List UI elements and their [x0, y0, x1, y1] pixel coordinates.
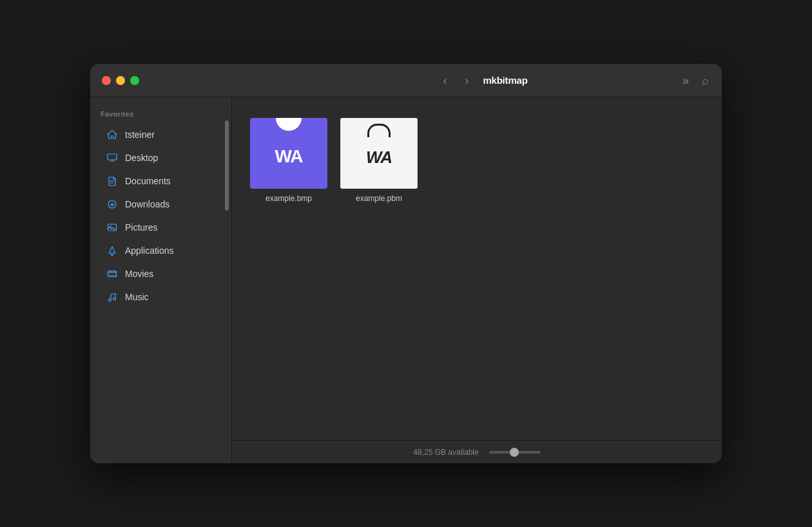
movies-icon: [106, 267, 119, 280]
file-item-bmp[interactable]: WA example.bmp: [250, 113, 327, 208]
download-icon: [106, 198, 119, 211]
titlebar: ‹ › mkbitmap » ⌕: [90, 64, 722, 97]
finder-window: ‹ › mkbitmap » ⌕ Favorites tsteiner: [90, 64, 722, 463]
sidebar-item-applications-label: Applications: [125, 245, 174, 256]
bmp-wa-text: WA: [275, 146, 302, 167]
sidebar-item-downloads-label: Downloads: [125, 199, 169, 209]
titlebar-center: ‹ › mkbitmap: [309, 72, 657, 89]
sidebar-item-movies-label: Movies: [125, 269, 153, 279]
bmp-thumb-bg: WA: [250, 118, 327, 189]
sidebar-scrollbar-track: [225, 108, 229, 453]
pbm-wa-text: WA: [366, 148, 392, 168]
sidebar-item-documents[interactable]: Documents: [95, 170, 226, 192]
svg-rect-0: [108, 154, 117, 160]
svg-point-4: [111, 254, 113, 256]
sidebar-scrollbar-thumb[interactable]: [225, 120, 229, 211]
desktop-icon: [106, 151, 119, 164]
back-button[interactable]: ‹: [439, 72, 450, 89]
music-icon: [106, 291, 119, 303]
sidebar: Favorites tsteiner Desktop: [90, 97, 232, 463]
zoom-slider[interactable]: [489, 451, 541, 454]
window-title: mkbitmap: [483, 75, 527, 86]
sidebar-item-movies[interactable]: Movies: [95, 263, 226, 285]
file-grid: WA example.bmp WA example.pbm: [232, 97, 722, 440]
sidebar-item-tsteiner-label: tsteiner: [125, 129, 155, 140]
sidebar-item-pictures-label: Pictures: [125, 222, 158, 233]
main-content: WA example.bmp WA example.pbm: [232, 97, 722, 463]
content-area: Favorites tsteiner Desktop: [90, 97, 722, 463]
storage-status: 48,25 GB available: [413, 448, 478, 457]
sidebar-item-music[interactable]: Music: [95, 286, 226, 308]
close-button[interactable]: [102, 76, 111, 85]
documents-icon: [106, 175, 119, 187]
bmp-thumbnail: WA: [250, 118, 327, 189]
pbm-thumb-bg: WA: [340, 118, 418, 189]
forward-button[interactable]: ›: [461, 72, 472, 89]
traffic-lights: [90, 76, 309, 85]
statusbar: 48,25 GB available: [232, 440, 722, 463]
sidebar-item-applications[interactable]: Applications: [95, 240, 226, 262]
sidebar-item-music-label: Music: [125, 292, 149, 302]
applications-icon: [106, 244, 119, 257]
sidebar-item-desktop-label: Desktop: [125, 153, 158, 163]
minimize-button[interactable]: [116, 76, 125, 85]
more-views-button[interactable]: »: [681, 73, 690, 88]
sidebar-item-desktop[interactable]: Desktop: [95, 147, 226, 169]
sidebar-item-tsteiner[interactable]: tsteiner: [95, 124, 226, 146]
zoom-thumb: [510, 448, 519, 457]
pbm-filename: example.pbm: [356, 194, 402, 203]
titlebar-right: » ⌕: [657, 73, 722, 88]
sidebar-item-documents-label: Documents: [125, 176, 171, 186]
home-icon: [106, 128, 119, 141]
favorites-label: Favorites: [90, 108, 231, 123]
file-item-pbm[interactable]: WA example.pbm: [340, 113, 418, 208]
bmp-filename: example.bmp: [266, 194, 312, 203]
search-button[interactable]: ⌕: [701, 73, 710, 88]
pbm-thumbnail: WA: [340, 118, 418, 189]
zoom-slider-wrap: [489, 451, 541, 454]
sidebar-item-downloads[interactable]: Downloads: [95, 193, 226, 215]
pictures-icon: [106, 221, 119, 234]
maximize-button[interactable]: [130, 76, 139, 85]
sidebar-item-pictures[interactable]: Pictures: [95, 216, 226, 238]
